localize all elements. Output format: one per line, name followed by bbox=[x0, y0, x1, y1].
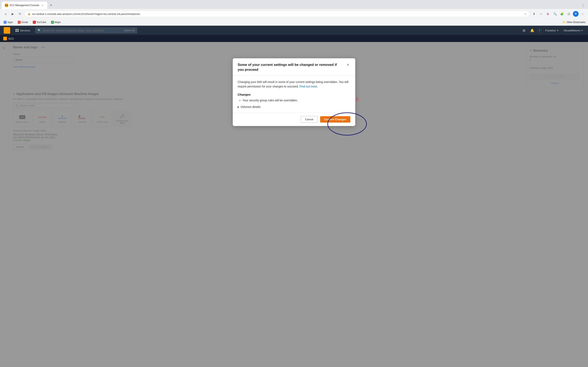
gmail-label: Gmail bbox=[21, 21, 28, 24]
reload-button[interactable]: ↻ bbox=[17, 11, 23, 17]
volumes-details-toggle[interactable]: ▶ Volumes details bbox=[238, 105, 350, 108]
services-label: Services bbox=[20, 29, 30, 32]
back-button[interactable]: ◀ bbox=[2, 11, 8, 17]
new-tab-button[interactable]: + bbox=[48, 2, 54, 8]
modal-footer: 3 Cancel Confirm Changes bbox=[233, 113, 355, 126]
gmail-favicon: M bbox=[18, 21, 21, 24]
address-bar[interactable]: 🔒 eu-central-1.console.aws.amazon.com/ec… bbox=[25, 11, 530, 17]
bookmark-apps[interactable]: A Apps bbox=[2, 20, 14, 24]
modal-overlay: Some of your current settings will be ch… bbox=[0, 42, 588, 367]
browser-controls: ◀ ▶ ↻ 🔒 eu-central-1.console.aws.amazon.… bbox=[0, 9, 588, 19]
aws-logo[interactable] bbox=[3, 27, 11, 34]
tab-close-button[interactable]: × bbox=[41, 4, 44, 7]
zoom-button[interactable]: 🔍 bbox=[552, 11, 558, 17]
volumes-arrow-icon: ▶ bbox=[238, 106, 239, 108]
modal-header: Some of your current settings will be ch… bbox=[233, 58, 355, 76]
apps-favicon: A bbox=[4, 21, 7, 24]
aws-search[interactable]: 🔍 [Option+S] bbox=[35, 27, 137, 33]
changes-section: Changes Your security group rules will b… bbox=[238, 93, 350, 108]
bookmark-maps[interactable]: M Maps bbox=[50, 20, 62, 24]
console-home-button[interactable]: ⊞ bbox=[521, 27, 527, 34]
maps-label: Maps bbox=[55, 21, 61, 24]
aws-secondary-nav: EC2 EC2 bbox=[0, 35, 588, 42]
profile-button[interactable]: R bbox=[573, 11, 579, 17]
search-shortcut: [Option+S] bbox=[124, 29, 135, 32]
forward-button[interactable]: ▶ bbox=[10, 11, 16, 17]
bookmarks-bar: A Apps M Gmail ▶ YouTube M Maps 📁 Other … bbox=[0, 19, 588, 26]
grid-icon bbox=[16, 29, 19, 32]
region-label: Frankfurt bbox=[545, 29, 556, 32]
volumes-label: Volumes details bbox=[241, 105, 260, 108]
download-button[interactable]: ⬇ bbox=[531, 11, 537, 17]
aws-logo-box bbox=[4, 27, 10, 34]
star-button[interactable]: ☆ bbox=[538, 11, 544, 17]
search-icon: 🔍 bbox=[38, 29, 41, 32]
browser-actions: ⬇ ☆ C 🔍 🧩 ⊡ R ⋮ bbox=[531, 11, 586, 17]
user-menu[interactable]: Oluwafifekemi ▼ bbox=[562, 28, 585, 33]
services-button[interactable]: Services bbox=[14, 28, 32, 33]
aws-search-input[interactable] bbox=[43, 29, 122, 32]
changes-heading: Changes bbox=[238, 93, 350, 96]
folder-icon: 📁 bbox=[563, 21, 566, 24]
browser-menu-button[interactable]: ⋮ bbox=[581, 3, 585, 7]
region-chevron-icon: ▼ bbox=[557, 29, 559, 32]
youtube-label: YouTube bbox=[36, 21, 46, 24]
maps-favicon: M bbox=[51, 21, 54, 24]
confirm-changes-button[interactable]: Confirm Changes bbox=[320, 116, 350, 123]
main-content: ☰ Name and tags Info Name Add additional… bbox=[0, 42, 588, 367]
ec2-nav-item[interactable]: EC2 EC2 bbox=[3, 37, 14, 40]
tab-title: EC2 Management Console bbox=[10, 4, 39, 7]
extension-button[interactable]: C bbox=[545, 11, 551, 17]
apps-label: Apps bbox=[7, 21, 13, 24]
aws-nav-right: ⊞ 🔔 ? Frankfurt ▼ Oluwafifekemi ▼ bbox=[521, 27, 585, 34]
tab-favicon: EC2 bbox=[5, 4, 8, 7]
other-bookmarks-label: Other Bookmarks bbox=[567, 21, 586, 24]
changes-list: Your security group rules will be overri… bbox=[238, 99, 350, 102]
ec2-label: EC2 bbox=[9, 37, 14, 40]
confirm-changes-modal: Some of your current settings will be ch… bbox=[233, 58, 355, 126]
splitscreen-button[interactable]: ⊡ bbox=[566, 11, 572, 17]
tab-bar: EC2 EC2 Management Console × + ⋮ bbox=[0, 0, 588, 9]
help-button[interactable]: ? bbox=[537, 28, 542, 33]
ec2-icon: EC2 bbox=[3, 37, 7, 40]
modal-description: Changing your AMI will result in some of… bbox=[238, 80, 350, 89]
user-chevron-icon: ▼ bbox=[581, 29, 583, 32]
modal-body: Changing your AMI will result in some of… bbox=[233, 76, 355, 113]
other-bookmarks[interactable]: 📁 Other Bookmarks bbox=[563, 21, 586, 24]
find-out-more-link[interactable]: Find out more bbox=[300, 85, 317, 88]
url-text: eu-central-1.console.aws.amazon.com/ec2/… bbox=[32, 12, 522, 16]
region-selector[interactable]: Frankfurt ▼ bbox=[544, 28, 561, 33]
modal-close-button[interactable]: × bbox=[346, 62, 350, 67]
extension2-button[interactable]: 🧩 bbox=[559, 11, 565, 17]
modal-cancel-button[interactable]: Cancel bbox=[301, 116, 318, 123]
circle-annotation bbox=[327, 112, 367, 136]
active-tab[interactable]: EC2 EC2 Management Console × bbox=[2, 2, 47, 9]
user-name: Oluwafifekemi bbox=[563, 29, 580, 32]
bookmark-youtube[interactable]: ▶ YouTube bbox=[32, 20, 47, 24]
modal-title: Some of your current settings will be ch… bbox=[238, 62, 346, 72]
lock-icon: 🔒 bbox=[27, 12, 31, 15]
notifications-button[interactable]: 🔔 bbox=[529, 27, 536, 34]
youtube-favicon: ▶ bbox=[33, 21, 36, 24]
bookmark-gmail[interactable]: M Gmail bbox=[17, 20, 29, 24]
aws-nav: Services 🔍 [Option+S] ⊞ 🔔 ? Frankfurt ▼ … bbox=[0, 26, 588, 35]
bookmark-star-icon[interactable]: ☆ bbox=[524, 12, 527, 16]
annotation-number-3: 3 bbox=[356, 96, 358, 102]
more-button[interactable]: ⋮ bbox=[580, 11, 586, 17]
change-item-1: Your security group rules will be overri… bbox=[242, 99, 350, 102]
